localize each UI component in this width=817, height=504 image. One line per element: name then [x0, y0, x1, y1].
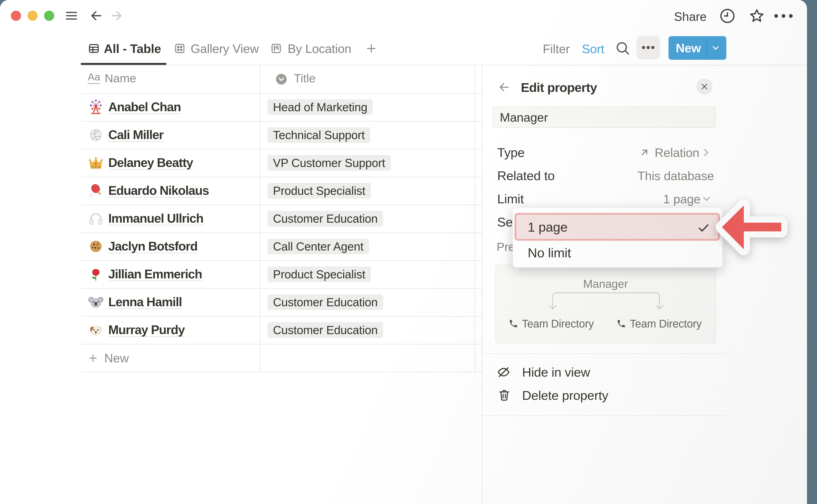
row-title-label: Product Specialist	[267, 266, 371, 282]
row-name-cell[interactable]: Murray Purdy	[108, 323, 185, 336]
limit-value: 1 page	[663, 193, 700, 205]
view-options-button[interactable]	[637, 36, 660, 59]
rose-emoji	[88, 266, 104, 282]
add-view-plus-icon[interactable]	[365, 43, 377, 54]
column-header-name[interactable]: Name	[105, 72, 136, 84]
ferris-wheel-emoji	[88, 99, 104, 115]
select-property-icon	[275, 73, 287, 85]
ping-pong-emoji	[88, 183, 104, 198]
new-button[interactable]: New	[669, 36, 726, 60]
property-name-value: Manager	[493, 107, 715, 127]
phone-emoji	[616, 319, 626, 329]
type-value: Relation	[655, 147, 699, 159]
panel-section-divider	[482, 415, 726, 416]
related-to-value: This database	[638, 170, 714, 182]
row-title-label: Head of Marketing	[267, 99, 373, 115]
row-title-tag[interactable]: Call Center Agent	[267, 239, 369, 254]
filter-button[interactable]: Filter	[543, 43, 570, 55]
row-title-tag[interactable]: Product Specialist	[267, 183, 371, 199]
row-title-tag[interactable]: Customer Education	[267, 211, 383, 226]
headphones-emoji	[88, 211, 104, 226]
panel-section-divider	[482, 353, 726, 354]
row-divider	[81, 205, 482, 205]
row-title-label: Customer Education	[267, 211, 383, 226]
table-view-icon	[88, 43, 100, 54]
row-divider	[81, 372, 482, 372]
search-icon[interactable]	[614, 40, 631, 57]
row-name-cell[interactable]: Cali Miller	[108, 128, 163, 141]
ellipsis-icon	[642, 46, 645, 49]
relation-arrows-diagram	[547, 290, 666, 312]
eye-off-icon	[497, 365, 511, 379]
sort-button[interactable]: Sort	[582, 43, 604, 55]
property-name-input[interactable]: Manager	[493, 107, 716, 128]
gallery-view-icon	[174, 43, 185, 54]
text-property-icon: Aa	[88, 72, 100, 84]
row-title-tag[interactable]: Product Specialist	[267, 266, 371, 282]
row-name-cell[interactable]: Jillian Emmerich	[108, 268, 202, 280]
row-title-label: Product Specialist	[267, 183, 371, 199]
phone-emoji	[509, 319, 518, 329]
row-title-tag[interactable]: Customer Education	[267, 322, 383, 338]
dropdown-option-1-page[interactable]: 1 page	[515, 213, 720, 241]
chevron-down-icon[interactable]	[711, 44, 720, 52]
star-icon[interactable]	[748, 7, 765, 24]
forward-arrow-icon[interactable]	[110, 9, 123, 23]
board-view-icon	[270, 43, 282, 54]
ellipsis-icon[interactable]	[772, 12, 795, 20]
row-title-tag[interactable]: Customer Education	[267, 294, 383, 310]
notion-window: Share All - Table	[0, 0, 807, 504]
row-divider	[81, 121, 482, 122]
back-arrow-icon[interactable]	[89, 9, 103, 23]
row-name-cell[interactable]: Delaney Beatty	[108, 156, 193, 169]
close-panel-button[interactable]	[696, 78, 713, 95]
row-title-tag[interactable]: Technical Support	[267, 127, 370, 143]
column-divider[interactable]	[260, 65, 260, 372]
back-arrow-icon[interactable]	[498, 81, 510, 93]
row-title-tag[interactable]: VP Customer Support	[267, 155, 390, 171]
row-title-label: Technical Support	[267, 127, 370, 143]
hamburger-menu-icon[interactable]	[65, 9, 78, 23]
row-divider	[81, 232, 482, 233]
row-name-cell[interactable]: Immanuel Ullrich	[108, 212, 203, 225]
active-tab-underline	[81, 63, 166, 65]
trash-icon	[498, 389, 511, 402]
tab-by-location-label: By Location	[288, 43, 351, 55]
red-arrow-annotation	[709, 191, 806, 264]
relation-preview-box: Manager Team Directory Team Directory	[495, 265, 716, 343]
clock-icon[interactable]	[719, 8, 736, 24]
panel-divider	[482, 65, 482, 504]
traffic-light-close-button[interactable]	[11, 11, 21, 21]
row-divider	[81, 177, 482, 177]
row-name-cell[interactable]: Eduardo Nikolaus	[108, 184, 209, 197]
row-title-label: Call Center Agent	[267, 239, 369, 254]
new-button-label: New	[676, 42, 701, 54]
traffic-light-zoom-button[interactable]	[44, 11, 54, 21]
chevron-right-icon	[700, 147, 712, 158]
row-divider	[81, 288, 482, 289]
traffic-light-minimize-button[interactable]	[27, 11, 38, 21]
tab-all-table-label: All - Table	[104, 43, 161, 55]
row-title-tag[interactable]: Head of Marketing	[267, 99, 373, 115]
panel-title: Edit property	[521, 81, 597, 94]
dog-emoji	[88, 322, 104, 338]
dropdown-option-no-limit[interactable]: No limit	[515, 241, 720, 266]
row-name-cell[interactable]: Lenna Hamill	[108, 296, 182, 308]
column-header-title[interactable]: Title	[294, 72, 315, 84]
column-divider[interactable]	[475, 65, 475, 372]
plus-icon	[88, 353, 98, 363]
volleyball-emoji	[88, 127, 104, 143]
row-divider	[81, 344, 482, 345]
close-icon	[700, 83, 709, 91]
row-divider	[81, 260, 482, 261]
arrow-up-right-icon	[638, 146, 651, 159]
toolbar-bottom-border	[81, 65, 807, 65]
koala-emoji	[88, 294, 104, 310]
new-button-divider	[706, 36, 707, 60]
limit-dropdown-menu: 1 page No limit	[513, 208, 723, 268]
row-divider	[81, 149, 482, 149]
share-button[interactable]: Share	[674, 9, 707, 24]
row-name-cell[interactable]: Jaclyn Botsford	[108, 240, 197, 253]
row-name-cell[interactable]: Anabel Chan	[108, 101, 181, 113]
crown-emoji	[88, 155, 104, 171]
